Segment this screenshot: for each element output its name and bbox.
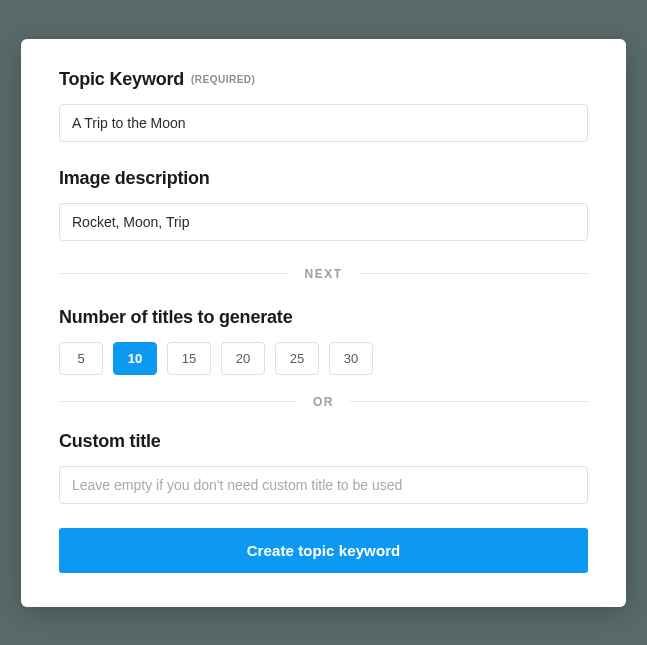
image-description-input[interactable] bbox=[59, 203, 588, 241]
form-card: Topic Keyword (REQUIRED) Image descripti… bbox=[21, 39, 626, 607]
title-count-option-15[interactable]: 15 bbox=[167, 342, 211, 375]
or-divider-text: OR bbox=[297, 395, 350, 409]
divider-line bbox=[350, 401, 588, 402]
titles-count-section: Number of titles to generate 5 10 15 20 … bbox=[59, 307, 588, 375]
title-count-option-10[interactable]: 10 bbox=[113, 342, 157, 375]
titles-count-options: 5 10 15 20 25 30 bbox=[59, 342, 588, 375]
divider-line bbox=[359, 273, 589, 274]
titles-count-label: Number of titles to generate bbox=[59, 307, 588, 328]
custom-title-label: Custom title bbox=[59, 431, 588, 452]
title-count-option-30[interactable]: 30 bbox=[329, 342, 373, 375]
image-description-label: Image description bbox=[59, 168, 588, 189]
divider-line bbox=[59, 273, 289, 274]
image-description-section: Image description bbox=[59, 168, 588, 241]
title-count-option-20[interactable]: 20 bbox=[221, 342, 265, 375]
required-tag: (REQUIRED) bbox=[191, 74, 255, 85]
topic-keyword-section: Topic Keyword (REQUIRED) bbox=[59, 69, 588, 142]
custom-title-input[interactable] bbox=[59, 466, 588, 504]
divider-line bbox=[59, 401, 297, 402]
create-topic-keyword-button[interactable]: Create topic keyword bbox=[59, 528, 588, 573]
or-divider: OR bbox=[59, 395, 588, 409]
next-divider-text: NEXT bbox=[289, 267, 359, 281]
title-count-option-5[interactable]: 5 bbox=[59, 342, 103, 375]
custom-title-section: Custom title bbox=[59, 431, 588, 504]
next-divider: NEXT bbox=[59, 267, 588, 281]
title-count-option-25[interactable]: 25 bbox=[275, 342, 319, 375]
topic-keyword-label: Topic Keyword (REQUIRED) bbox=[59, 69, 588, 90]
topic-keyword-label-text: Topic Keyword bbox=[59, 69, 184, 89]
topic-keyword-input[interactable] bbox=[59, 104, 588, 142]
